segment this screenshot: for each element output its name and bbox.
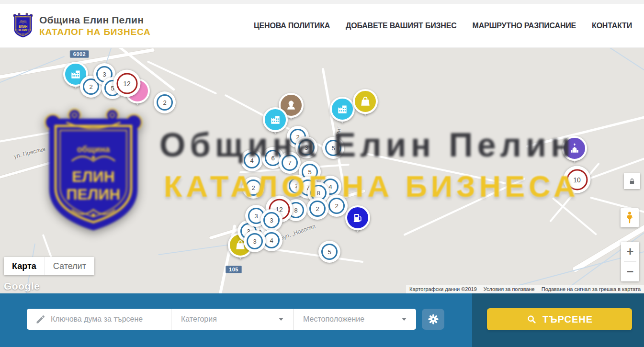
water-line — [158, 244, 235, 255]
header: Община Елин Пелин КАТАЛОГ НА БИЗНЕСА ЦЕН… — [0, 4, 644, 48]
map-cluster-3[interactable]: 3 — [244, 230, 266, 252]
report-map-error-link[interactable]: Подаване на сигнал за грешка в картата — [538, 285, 644, 293]
cluster-count: 12 — [116, 73, 137, 94]
nav-contacts[interactable]: КОНТАКТИ — [592, 22, 632, 30]
attribution-copyright: Картографски данни ©2019 — [406, 285, 480, 293]
road-line — [365, 153, 506, 184]
water-line — [0, 56, 65, 84]
search-panel: Категория Местоположение ТЪРСЕНЕ — [0, 293, 644, 347]
search-fields: Категория Местоположение — [27, 309, 416, 330]
location-select-label: Местоположение — [303, 315, 364, 324]
site-subtitle: КАТАЛОГ НА БИЗНЕСА — [39, 27, 151, 37]
zoom-out-button[interactable]: − — [621, 262, 639, 281]
cluster-count: 7 — [282, 155, 298, 171]
map-cluster-5[interactable]: 5 — [318, 241, 340, 263]
keyword-input[interactable] — [27, 309, 171, 330]
cluster-count: 2 — [245, 179, 261, 196]
zoom-in-button[interactable]: + — [621, 242, 639, 261]
church-icon — [562, 136, 587, 161]
factory-icon — [330, 97, 355, 122]
pegman-button[interactable] — [621, 208, 639, 227]
cluster-count: 2 — [309, 201, 326, 217]
cluster-count: 5 — [321, 244, 338, 260]
chevron-down-icon — [402, 318, 407, 321]
cluster-count: 5 — [325, 140, 341, 156]
bag-icon — [353, 89, 378, 114]
map-cluster-12[interactable]: 12 — [113, 70, 141, 97]
category-select[interactable]: Категория — [171, 309, 293, 330]
google-logo[interactable]: Google — [4, 280, 40, 292]
cluster-count: 10 — [566, 169, 588, 190]
road-line — [403, 178, 525, 236]
factory-pin[interactable] — [330, 97, 355, 122]
water-line — [599, 48, 644, 99]
nav-pricing-policy[interactable]: ЦЕНОВА ПОЛИТИКА — [254, 22, 330, 30]
cluster-count: 4 — [263, 232, 280, 248]
map-cluster-2[interactable]: 2 — [326, 195, 348, 217]
map-cluster-7[interactable]: 7 — [279, 152, 301, 174]
pencil-icon — [35, 313, 46, 325]
map-attribution: Картографски данни ©2019 Условия за полз… — [406, 285, 644, 293]
brand[interactable]: Община Елин Пелин КАТАЛОГ НА БИЗНЕСА — [12, 12, 151, 39]
factory-icon — [263, 107, 288, 132]
map-type-map-button[interactable]: Карта — [4, 257, 45, 275]
zoom-control: + − — [621, 242, 639, 281]
watermark-title: Община Елин Пелин — [159, 128, 575, 162]
settings-button[interactable] — [422, 309, 444, 330]
location-select[interactable]: Местоположение — [293, 309, 416, 330]
lock-button[interactable] — [624, 173, 640, 189]
page: Община Елин Пелин КАТАЛОГ НА БИЗНЕСА ЦЕН… — [0, 0, 644, 347]
map-canvas[interactable]: 6002105ул. Преславбул. „Новоселции“ 2354… — [0, 48, 644, 293]
nav-add-your-business[interactable]: ДОБАВЕТЕ ВАШИЯТ БИЗНЕС — [346, 22, 456, 30]
nav-route-schedule[interactable]: МАРШРУТНО РАЗПИСАНИЕ — [473, 22, 576, 30]
main-nav: ЦЕНОВА ПОЛИТИКАДОБАВЕТЕ ВАШИЯТ БИЗНЕСМАР… — [254, 22, 632, 30]
cluster-count: 2 — [328, 198, 345, 214]
map-cluster-10[interactable]: 10 — [564, 166, 591, 193]
map-type-satellite-button[interactable]: Сателит — [45, 257, 94, 275]
cluster-count: 4 — [244, 152, 260, 168]
factory-pin[interactable] — [263, 107, 288, 132]
church-pin[interactable] — [562, 136, 587, 161]
map-cluster-2[interactable]: 2 — [154, 91, 176, 113]
map-cluster-3[interactable]: 3 — [295, 136, 317, 158]
chevron-down-icon — [279, 318, 283, 321]
map-cluster-3[interactable]: 3 — [260, 209, 282, 231]
top-strip — [0, 0, 644, 4]
fuel-icon — [345, 205, 370, 230]
search-button[interactable]: ТЪРСЕНЕ — [487, 308, 632, 330]
map-cluster-2[interactable]: 2 — [242, 177, 264, 199]
municipality-logo-icon — [12, 12, 34, 39]
search-icon — [526, 314, 537, 325]
lock-icon — [628, 177, 636, 186]
terms-of-use-link[interactable]: Условия за ползване — [480, 285, 538, 293]
keyword-field — [27, 309, 171, 330]
cluster-count: 3 — [263, 212, 280, 228]
street-label: бул. „Новосел — [279, 223, 316, 242]
site-title: Община Елин Пелин — [39, 14, 151, 26]
fuel-pin[interactable] — [345, 205, 370, 230]
cluster-count: 2 — [157, 94, 173, 111]
brand-text: Община Елин Пелин КАТАЛОГ НА БИЗНЕСА — [39, 14, 151, 37]
cluster-count: 3 — [247, 233, 263, 249]
map-cluster-5[interactable]: 5 — [322, 137, 344, 159]
road-line — [0, 129, 64, 144]
street-label: ул. Преслав — [13, 146, 46, 160]
search-button-label: ТЪРСЕНЕ — [542, 314, 593, 325]
road-shield: 6002 — [70, 50, 89, 58]
pegman-icon — [624, 211, 635, 224]
gear-icon — [427, 313, 440, 325]
road-shield: 105 — [226, 266, 242, 273]
map-type-control: Карта Сателит — [4, 257, 94, 275]
cluster-count: 3 — [298, 139, 315, 156]
map-cluster-2[interactable]: 2 — [306, 198, 328, 220]
watermark-subtitle: КАТАЛОГ НА БИЗНЕСА — [164, 171, 579, 201]
category-select-label: Категория — [181, 315, 217, 324]
road-line — [552, 197, 597, 235]
map-cluster-4[interactable]: 4 — [241, 149, 263, 171]
watermark-logo — [37, 104, 149, 239]
shopping-pin[interactable] — [353, 89, 378, 114]
